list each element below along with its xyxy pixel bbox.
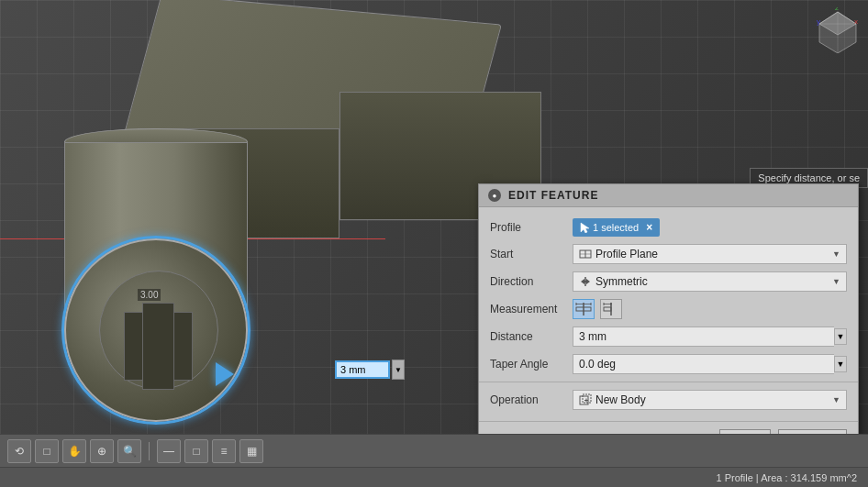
symmetric-icon	[579, 275, 592, 288]
edit-feature-panel: ● EDIT FEATURE Profile 1 selected × Star…	[478, 183, 859, 459]
profile-row: Profile 1 selected ×	[479, 215, 858, 240]
taper-input[interactable]	[573, 354, 834, 374]
profile-content: 1 selected ×	[573, 218, 847, 237]
measurement-whole-icon[interactable]	[573, 299, 595, 319]
svg-text:y: y	[817, 17, 820, 26]
taper-angle-row: Taper Angle ▼	[479, 350, 858, 378]
start-content: Profile Plane ▼	[573, 244, 847, 264]
blue-arrow	[216, 362, 234, 386]
viewport-distance-arrow[interactable]: ▼	[392, 360, 405, 380]
bottom-toolbar: ⟲ □ ✋ ⊕ 🔍 — □ ≡ ▦	[0, 434, 868, 467]
measurement-content	[573, 299, 847, 319]
taper-dropdown-arrow[interactable]: ▼	[834, 356, 847, 372]
direction-dropdown[interactable]: Symmetric ▼	[573, 271, 847, 292]
start-dropdown[interactable]: Profile Plane ▼	[573, 244, 847, 264]
profile-close-button[interactable]: ×	[646, 221, 652, 234]
toolbar-layout-btn[interactable]: ▦	[239, 439, 263, 463]
toolbar-snap-btn[interactable]: ≡	[212, 439, 236, 463]
distance-content: ▼	[573, 327, 847, 347]
distance-row: Distance ▼	[479, 323, 858, 350]
operation-dropdown[interactable]: New Body ▼	[573, 390, 847, 410]
measurement-icons	[573, 299, 622, 319]
operation-label: Operation	[490, 393, 573, 406]
panel-header: ● EDIT FEATURE	[479, 184, 858, 207]
taper-label: Taper Angle	[490, 358, 573, 371]
viewport-distance-input[interactable]	[335, 360, 390, 379]
taper-content: ▼	[573, 354, 847, 374]
svg-marker-7	[581, 223, 589, 233]
toolbar-view-btn[interactable]: □	[35, 439, 59, 463]
operation-row: Operation New Body ▼	[479, 386, 858, 414]
start-row: Start Profile Plane ▼	[479, 240, 858, 268]
distance-dropdown-arrow[interactable]: ▼	[834, 328, 847, 345]
start-label: Start	[490, 248, 573, 260]
profile-label: Profile	[490, 221, 573, 234]
panel-body: Profile 1 selected × Start	[479, 207, 858, 421]
panel-divider	[479, 382, 858, 382]
svg-text:z: z	[835, 7, 839, 12]
distance-input-row: ▼	[573, 327, 847, 347]
navigation-cube[interactable]: x y z	[815, 7, 861, 53]
whole-distance-icon	[575, 302, 592, 316]
measurement-half-icon[interactable]	[600, 299, 622, 319]
toolbar-grid-btn[interactable]: □	[184, 439, 208, 463]
measurement-label: Measurement	[490, 303, 573, 315]
operation-dropdown-arrow: ▼	[832, 395, 840, 404]
svg-text:x: x	[854, 17, 858, 26]
operation-content: New Body ▼	[573, 390, 847, 410]
dimension-label: 3.00	[138, 289, 161, 301]
operation-value: New Body	[595, 393, 646, 406]
direction-content: Symmetric ▼	[573, 271, 847, 292]
direction-value: Symmetric	[595, 275, 648, 288]
statusbar: 1 Profile | Area : 314.159 mm^2	[0, 467, 868, 487]
profile-badge-text: 1 selected	[593, 222, 639, 233]
status-text: 1 Profile | Area : 314.159 mm^2	[716, 472, 857, 483]
toolbar-separator-1	[149, 442, 150, 460]
taper-input-row: ▼	[573, 354, 847, 374]
start-value: Profile Plane	[595, 248, 658, 260]
viewport-distance-input-container[interactable]: ▼	[335, 360, 405, 380]
new-body-icon	[579, 393, 592, 406]
cylinder-cross-v	[142, 303, 174, 390]
half-distance-icon	[603, 302, 619, 316]
distance-input[interactable]	[573, 327, 834, 347]
panel-title: EDIT FEATURE	[508, 189, 598, 202]
direction-dropdown-arrow: ▼	[832, 277, 840, 286]
toolbar-display-btn[interactable]: —	[157, 439, 181, 463]
cursor-icon	[580, 222, 589, 233]
toolbar-orbit-btn[interactable]: ⟲	[7, 439, 31, 463]
svg-rect-19	[604, 307, 611, 311]
start-dropdown-arrow: ▼	[832, 249, 840, 259]
profile-badge[interactable]: 1 selected ×	[573, 218, 660, 237]
direction-label: Direction	[490, 275, 573, 288]
direction-row: Direction Symmetric ▼	[479, 268, 858, 295]
toolbar-zoom-btn[interactable]: 🔍	[117, 439, 141, 463]
distance-label: Distance	[490, 330, 573, 343]
profile-plane-icon	[579, 248, 592, 260]
toolbar-pan-btn[interactable]: ✋	[62, 439, 86, 463]
toolbar-select-btn[interactable]: ⊕	[90, 439, 114, 463]
measurement-row: Measurement	[479, 295, 858, 323]
panel-header-icon: ●	[488, 189, 501, 202]
